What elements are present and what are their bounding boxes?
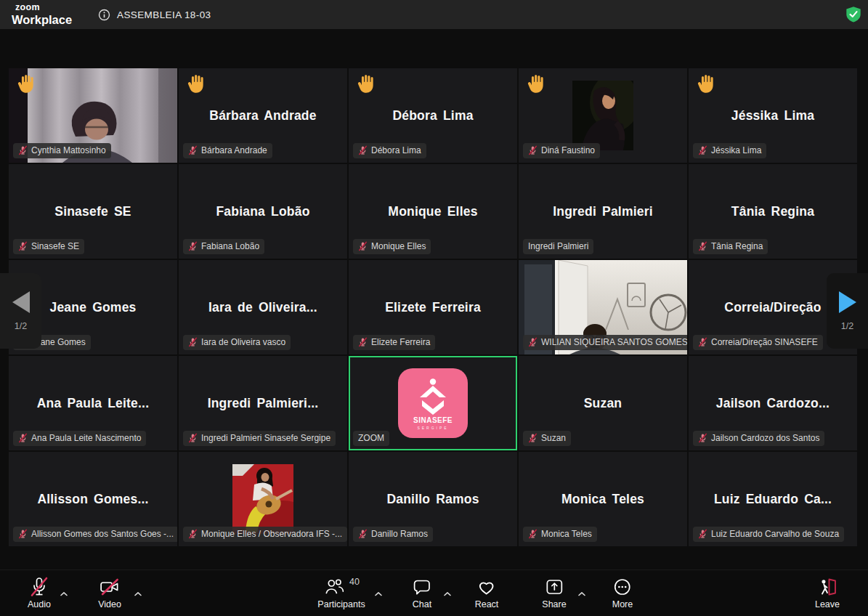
react-button[interactable]: React (475, 576, 499, 609)
participant-name-label: Luiz Eduardo Carvalho de Souza (693, 527, 844, 542)
participants-button[interactable]: 40 Participants (317, 576, 365, 609)
next-page-button[interactable]: 1/2 (827, 273, 868, 349)
video-button[interactable]: Video (98, 576, 121, 609)
participant-name-label: Diná Faustino (523, 143, 600, 158)
participant-tile-23[interactable]: Danillo Ramos Danillo Ramos (349, 452, 517, 546)
leave-door-icon (816, 576, 838, 598)
participant-label-text: Ingredi Palmieri (528, 241, 588, 251)
participant-name-label: Cynthia Mattosinho (13, 143, 111, 158)
participant-tile-19[interactable]: Suzan Suzan (519, 356, 687, 450)
previous-page-button[interactable]: 1/2 (0, 273, 41, 349)
participant-tile-6[interactable]: Sinasefe SE Sinasefe SE (9, 164, 177, 259)
participant-tile-7[interactable]: Fabiana Lobão Fabiana Lobão (179, 164, 347, 259)
muted-mic-icon (698, 241, 707, 251)
participant-label-text: Suzan (541, 433, 566, 443)
muted-mic-icon (18, 241, 28, 251)
participant-tile-21[interactable]: Allisson Gomes... Allisson Gomes dos San… (9, 452, 177, 546)
participant-name-label: Ingredi Palmieri Sinasefe Sergipe (183, 431, 336, 446)
raised-hand-icon (526, 73, 545, 94)
participant-name-label: Jéssika Lima (693, 143, 766, 158)
more-button[interactable]: More (612, 576, 633, 609)
muted-mic-icon (698, 337, 707, 347)
participant-name-label: Sinasefe SE (13, 239, 84, 254)
more-ellipsis-icon (613, 576, 632, 598)
participant-tile-8[interactable]: Monique Elles Monique Elles (349, 164, 517, 259)
previous-page-arrow-icon (12, 291, 30, 313)
participants-icon (323, 576, 345, 598)
raised-hand-icon (696, 73, 715, 94)
participant-label-text: Elizete Ferreira (371, 337, 430, 347)
participant-name-label: Bárbara Andrade (183, 143, 272, 158)
participant-label-text: Tânia Regina (711, 241, 763, 251)
participant-tile-10[interactable]: Tânia Regina Tânia Regina (689, 164, 857, 259)
participant-tile-24[interactable]: Monica Teles Monica Teles (519, 452, 687, 546)
chat-button[interactable]: Chat (413, 576, 431, 609)
participant-tile-20[interactable]: Jailson Cardozo... Jailson Cardozo dos S… (689, 356, 857, 450)
participant-label-text: Iara de Oliveira vasco (201, 337, 285, 347)
participant-label-text: Ingredi Palmieri Sinasefe Sergipe (201, 433, 330, 443)
participant-tile-5[interactable]: Jéssika Lima Jéssika Lima (689, 68, 857, 163)
participant-name-label: Allisson Gomes dos Santos Goes -... (13, 527, 177, 542)
participant-tile-3[interactable]: Débora Lima Débora Lima (349, 68, 517, 163)
participant-tile-18[interactable]: SINASEFE SERGIPEZOOM (349, 356, 517, 450)
participant-tile-12[interactable]: Iara de Oliveira... Iara de Oliveira vas… (179, 260, 347, 354)
participant-grid: Cynthia MattosinhoBárbara Andrade Bárbar… (9, 68, 857, 546)
participant-label-text: ZOOM (358, 433, 384, 443)
participant-tile-2[interactable]: Bárbara Andrade Bárbara Andrade (179, 68, 347, 163)
page-indicator: 1/2 (841, 321, 853, 331)
participant-label-text: Sinasefe SE (31, 241, 79, 251)
muted-mic-icon (18, 433, 28, 443)
logo-zoom-text: zoom (15, 3, 72, 12)
participant-label-text: Bárbara Andrade (201, 145, 267, 155)
sinasefe-logo-avatar: SINASEFE SERGIPE (398, 368, 468, 438)
raised-hand-glyph (186, 73, 205, 94)
participant-label-text: Jéssika Lima (711, 145, 761, 155)
share-options-chevron[interactable] (578, 586, 586, 593)
participant-name-label: Débora Lima (353, 143, 426, 158)
participant-tile-4[interactable]: Diná Faustino (519, 68, 687, 163)
camera-off-icon (99, 576, 121, 598)
audio-options-chevron[interactable] (60, 586, 68, 593)
participant-name-label: WILIAN SIQUEIRA SANTOS GOMES (523, 335, 687, 350)
participant-name-label: Jailson Cardozo dos Santos (693, 431, 824, 446)
profile-photo (232, 464, 293, 534)
participant-tile-13[interactable]: Elizete Ferreira Elizete Ferreira (349, 260, 517, 354)
participant-tile-16[interactable]: Ana Paula Leite... Ana Paula Leite Nasci… (9, 356, 177, 450)
info-icon[interactable] (98, 9, 110, 21)
participant-name-label: Monica Teles (523, 527, 597, 542)
participant-label-text: Allisson Gomes dos Santos Goes -... (31, 529, 174, 539)
share-button[interactable]: Share (542, 576, 566, 609)
muted-mic-icon (188, 145, 198, 155)
audio-button[interactable]: Audio (28, 576, 51, 609)
participant-tile-25[interactable]: Luiz Eduardo Ca... Luiz Eduardo Carvalho… (689, 452, 857, 546)
muted-mic-icon (188, 433, 198, 443)
participant-tile-9[interactable]: Ingredi PalmieriIngredi Palmieri (519, 164, 687, 259)
participant-label-text: Cynthia Mattosinho (31, 145, 106, 155)
participant-name-label: Ingredi Palmieri (523, 239, 593, 254)
page-indicator: 1/2 (15, 321, 27, 331)
participant-tile-17[interactable]: Ingredi Palmieri... Ingredi Palmieri Sin… (179, 356, 347, 450)
participant-name-label: Ana Paula Leite Nascimento (13, 431, 146, 446)
share-screen-icon (544, 576, 564, 598)
zoom-workplace-logo: zoom Workplace (12, 3, 72, 25)
chat-options-chevron[interactable] (444, 586, 452, 593)
participant-tile-14[interactable]: WILIAN SIQUEIRA SANTOS GOMES (519, 260, 687, 354)
leave-button[interactable]: Leave (815, 576, 840, 609)
security-shield-icon[interactable] (845, 6, 861, 23)
raised-hand-glyph (16, 73, 35, 94)
raised-hand-icon (356, 73, 375, 94)
muted-mic-icon (528, 337, 538, 347)
participants-options-chevron[interactable] (375, 586, 383, 593)
muted-mic-icon (698, 145, 707, 155)
muted-mic-icon (698, 529, 707, 539)
participants-count-badge: 40 (349, 577, 360, 587)
raised-hand-glyph (696, 73, 715, 94)
muted-mic-icon (188, 241, 198, 251)
participant-tile-22[interactable]: Monique Elles / Observadora IFS -... (179, 452, 347, 546)
participant-name-label: Elizete Ferreira (353, 335, 435, 350)
muted-mic-icon (358, 337, 368, 347)
participant-tile-1[interactable]: Cynthia Mattosinho (9, 68, 177, 163)
video-options-chevron[interactable] (134, 586, 142, 593)
muted-mic-icon (18, 145, 28, 155)
participant-label-text: Fabiana Lobão (201, 241, 259, 251)
